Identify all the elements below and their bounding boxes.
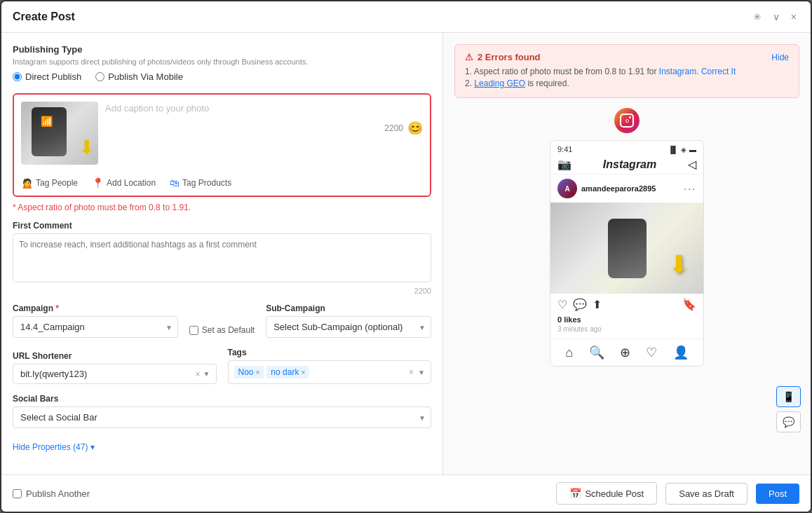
ig-home-icon[interactable]: ⌂	[565, 346, 573, 360]
social-bars-select[interactable]: Select a Social Bar	[13, 406, 431, 428]
url-arrow-icon: ▼	[203, 370, 210, 378]
ig-comment-icon[interactable]: 💬	[573, 298, 587, 311]
url-shortener-value[interactable]: bit.ly(qwerty123)	[20, 369, 196, 379]
direct-publish-radio[interactable]	[13, 72, 22, 81]
ig-phone-mockup	[608, 219, 647, 278]
url-tags-row: URL Shortener bit.ly(qwerty123) × ▼ Tags…	[13, 348, 431, 384]
mobile-publish-radio[interactable]	[95, 72, 104, 81]
save-draft-button[interactable]: Save as Draft	[665, 483, 747, 505]
ig-avatar: A	[557, 179, 577, 198]
products-icon: 🛍	[170, 177, 180, 189]
ig-logo-dot	[625, 119, 629, 123]
ig-status-icons: ▐▌ ◈ ▬	[668, 146, 696, 153]
tag-products-label: Tag Products	[182, 178, 231, 188]
publishing-type-group: Direct Publish Publish Via Mobile	[13, 71, 431, 82]
error-count-label: 2 Errors found	[478, 52, 541, 62]
ig-search-bottom-icon[interactable]: 🔍	[589, 345, 604, 360]
pin-button[interactable]: ✳	[750, 10, 764, 24]
tags-arrow-icon: ▼	[418, 369, 425, 376]
direct-publish-label: Direct Publish	[25, 71, 81, 82]
first-comment-input[interactable]	[13, 233, 431, 282]
modal-footer: Publish Another 📅 Schedule Post Save as …	[1, 474, 811, 512]
error-1-instagram-link[interactable]: Instagram.	[659, 67, 699, 76]
post-button[interactable]: Post	[756, 484, 799, 504]
set-as-default-checkbox[interactable]: Set as Default	[189, 325, 255, 335]
ig-logo-corner	[629, 116, 631, 118]
schedule-post-button[interactable]: 📅 Schedule Post	[556, 482, 657, 505]
campaign-label: Campaign *	[13, 303, 178, 313]
error-2-text-after: is required.	[527, 78, 569, 88]
error-banner-header: ⚠ 2 Errors found Hide	[465, 52, 789, 62]
ig-arrow-icon: ⬇	[668, 250, 689, 280]
error-1-text: Aspect ratio of photo must be from 0.8 t…	[474, 67, 659, 76]
close-button[interactable]: ×	[788, 10, 799, 24]
tag-row: 🙍 Tag People 📍 Add Location 🛍 Tag Produc…	[21, 177, 423, 189]
direct-publish-option[interactable]: Direct Publish	[13, 71, 81, 82]
ig-add-icon[interactable]: ⊕	[620, 345, 630, 360]
campaign-row: Campaign * 14.4_Campaign ▼ Set as Defaul…	[13, 303, 431, 338]
footer-left: Publish Another	[13, 488, 90, 499]
location-icon: 📍	[92, 177, 104, 189]
emoji-icon[interactable]: 😊	[407, 121, 423, 136]
mobile-preview-toggle[interactable]: 💬	[776, 411, 801, 432]
error-hide-button[interactable]: Hide	[771, 53, 789, 62]
campaign-select[interactable]: 14.4_Campaign	[13, 316, 178, 338]
ig-send-icon: ◁	[688, 158, 696, 171]
ig-more-icon[interactable]: ···	[684, 183, 696, 194]
ig-share-icon[interactable]: ⬆	[593, 298, 602, 311]
char-count-row: 2200 😊	[105, 121, 423, 136]
ig-camera-icon: 📷	[557, 158, 571, 171]
tags-label: Tags	[228, 348, 432, 357]
add-location-label: Add Location	[107, 178, 156, 188]
error-list: 1. Aspect ratio of photo must be from 0.…	[465, 67, 789, 88]
social-bars-select-wrap: Select a Social Bar ▼	[13, 406, 431, 428]
error-banner: ⚠ 2 Errors found Hide 1. Aspect ratio of…	[454, 44, 799, 98]
tags-col: Tags Noo × no dark × × ▼	[228, 348, 432, 384]
error-1-number: 1.	[465, 67, 472, 76]
minimize-button[interactable]: ∨	[770, 10, 783, 24]
first-comment-count: 2200	[13, 287, 431, 295]
publish-another-checkbox[interactable]	[13, 489, 22, 498]
publishing-type-sub: Instagram supports direct publishing of …	[13, 57, 431, 66]
mobile-publish-option[interactable]: Publish Via Mobile	[95, 71, 183, 82]
ig-photo: ⬇	[550, 203, 703, 294]
set-as-default-input[interactable]	[189, 326, 198, 335]
wifi-icon: 📶	[41, 116, 53, 127]
ig-likes: 0 likes	[550, 315, 703, 324]
url-shortener-col: URL Shortener bit.ly(qwerty123) × ▼	[13, 351, 217, 384]
modal-title: Create Post	[13, 11, 75, 23]
caption-placeholder[interactable]: Add caption to your photo	[105, 102, 423, 115]
url-clear-icon[interactable]: ×	[195, 369, 200, 379]
tag-products-button[interactable]: 🛍 Tag Products	[170, 177, 231, 189]
sub-campaign-select[interactable]: Select Sub-Campaign (optional)	[266, 316, 431, 338]
tag-chip-noo: Noo ×	[234, 366, 264, 378]
tag-chip-nodark: no dark ×	[266, 366, 309, 378]
ig-logo-circle	[614, 108, 640, 133]
ig-heart-icon[interactable]: ♡	[557, 298, 567, 311]
ig-nav-bar: 📷 Instagram ◁	[550, 155, 703, 175]
ig-heart-bottom-icon[interactable]: ♡	[646, 345, 657, 360]
arrow-icon: ⬇	[79, 136, 95, 159]
ig-battery-icon: ▬	[689, 146, 696, 153]
desktop-preview-toggle[interactable]: 📱	[776, 386, 801, 407]
ig-bookmark-icon[interactable]: 🔖	[682, 298, 696, 311]
tag-noo-close[interactable]: ×	[256, 369, 260, 376]
hide-properties-label: Hide Properties (47)	[13, 442, 88, 452]
add-location-button[interactable]: 📍 Add Location	[92, 177, 156, 189]
error-2-geo-link[interactable]: Leading GEO	[474, 78, 525, 88]
tags-clear-icon[interactable]: ×	[409, 367, 414, 377]
ig-time: 9:41	[557, 145, 572, 153]
tag-nodark-close[interactable]: ×	[301, 369, 305, 376]
hide-properties-link[interactable]: Hide Properties (47) ▾	[13, 442, 95, 452]
modal-header: Create Post ✳ ∨ ×	[1, 1, 811, 33]
tag-people-button[interactable]: 🙍 Tag People	[21, 177, 78, 189]
ig-profile-icon[interactable]: 👤	[673, 345, 689, 360]
campaign-col: Campaign * 14.4_Campaign ▼	[13, 303, 178, 338]
social-bars-col: Social Bars Select a Social Bar ▼	[13, 394, 431, 428]
modal-body: Publishing Type Instagram supports direc…	[1, 33, 811, 474]
error-banner-title: ⚠ 2 Errors found	[465, 52, 541, 62]
ig-username: amandeeparora2895	[581, 184, 656, 193]
ig-time-ago: 3 minutes ago	[550, 324, 703, 338]
tags-field[interactable]: Noo × no dark × × ▼	[228, 360, 432, 384]
error-1-correct-link[interactable]: Correct It	[701, 67, 736, 76]
